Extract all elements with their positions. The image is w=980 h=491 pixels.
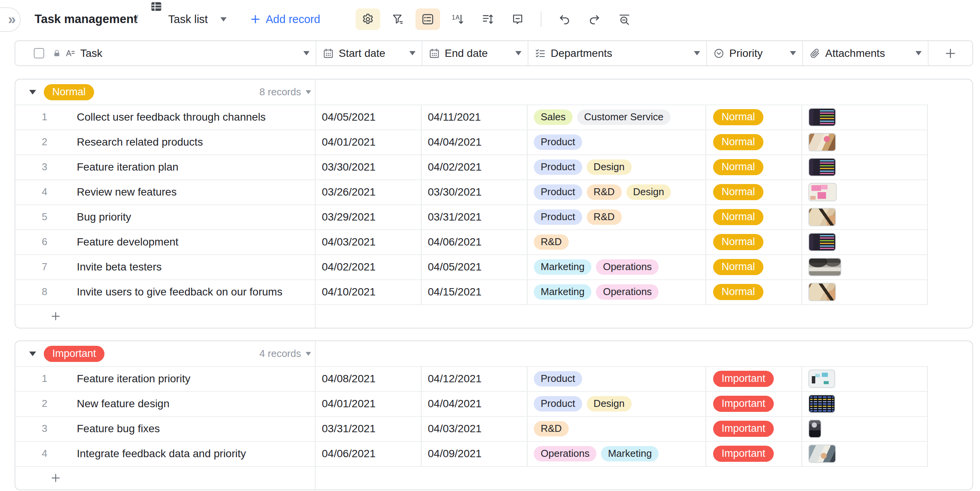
start-date-cell[interactable]: 04/08/2021	[316, 366, 422, 391]
attachments-cell[interactable]	[802, 229, 928, 254]
departments-cell[interactable]: ProductR&D	[528, 204, 706, 229]
attachment-thumbnail[interactable]	[808, 233, 836, 251]
priority-cell[interactable]: Important	[706, 441, 802, 466]
task-cell[interactable]: 4Review new features	[15, 179, 316, 204]
sort-button[interactable]: 1A	[445, 8, 470, 30]
row-height-button[interactable]	[475, 8, 500, 30]
attachments-cell[interactable]	[802, 204, 928, 229]
departments-cell[interactable]: ProductDesign	[528, 391, 706, 416]
column-header-end-date[interactable]: End date	[422, 41, 528, 65]
priority-cell[interactable]: Normal	[706, 129, 802, 154]
task-cell[interactable]: 8Invite users to give feedback on our fo…	[15, 279, 316, 304]
task-cell[interactable]: 3Feature iteration plan	[15, 154, 316, 179]
add-field-button[interactable]	[928, 41, 972, 65]
end-date-cell[interactable]: 03/31/2021	[422, 204, 528, 229]
task-cell[interactable]: 1Feature iteration priority	[15, 366, 316, 391]
task-cell[interactable]: 6Feature development	[15, 229, 316, 254]
end-date-cell[interactable]: 04/11/2021	[422, 105, 528, 129]
task-cell[interactable]: 2Research related products	[15, 129, 316, 154]
attachment-thumbnail[interactable]	[808, 258, 841, 276]
view-settings-gear-button[interactable]	[356, 8, 380, 30]
attachments-cell[interactable]	[802, 129, 928, 154]
priority-cell[interactable]: Important	[706, 366, 802, 391]
attachments-cell[interactable]	[802, 154, 928, 179]
priority-cell[interactable]: Normal	[706, 179, 802, 204]
attachment-thumbnail[interactable]	[808, 283, 836, 301]
end-date-cell[interactable]: 03/30/2021	[422, 179, 528, 204]
attachment-thumbnail[interactable]	[808, 133, 836, 151]
start-date-cell[interactable]: 03/29/2021	[316, 204, 422, 229]
attachments-cell[interactable]	[802, 416, 928, 441]
attachment-thumbnail[interactable]	[808, 395, 835, 413]
undo-button[interactable]	[552, 8, 577, 30]
start-date-cell[interactable]: 04/10/2021	[316, 279, 422, 304]
attachment-thumbnail[interactable]	[808, 370, 835, 388]
priority-cell[interactable]: Normal	[706, 105, 802, 129]
comment-button[interactable]	[505, 8, 530, 30]
priority-cell[interactable]: Normal	[706, 254, 802, 279]
end-date-cell[interactable]: 04/12/2021	[422, 366, 528, 391]
priority-cell[interactable]: Normal	[706, 204, 802, 229]
column-header-departments[interactable]: Departments	[528, 41, 706, 65]
attachments-cell[interactable]	[802, 391, 928, 416]
group-collapse-caret-icon[interactable]	[29, 90, 36, 95]
column-header-task[interactable]: Task	[15, 41, 316, 65]
attachment-thumbnail[interactable]	[808, 420, 821, 438]
priority-cell[interactable]: Important	[706, 416, 802, 441]
column-header-attachments[interactable]: Attachments	[802, 41, 928, 65]
departments-cell[interactable]: MarketingOperations	[528, 254, 706, 279]
add-record-button[interactable]: Add record	[250, 0, 320, 38]
group-records-caret-icon[interactable]	[306, 352, 311, 356]
find-replace-button[interactable]	[612, 8, 637, 30]
view-switcher[interactable]: Task list	[168, 0, 208, 38]
start-date-cell[interactable]: 04/06/2021	[316, 441, 422, 466]
attachments-cell[interactable]	[802, 441, 928, 466]
departments-cell[interactable]: R&D	[528, 229, 706, 254]
column-header-priority[interactable]: Priority	[706, 41, 802, 65]
group-collapse-caret-icon[interactable]	[29, 352, 36, 356]
task-cell[interactable]: 5Bug priority	[15, 204, 316, 229]
attachments-cell[interactable]	[802, 366, 928, 391]
end-date-cell[interactable]: 04/06/2021	[422, 229, 528, 254]
add-record-row-button[interactable]	[50, 472, 61, 484]
attachments-cell[interactable]	[802, 254, 928, 279]
select-all-checkbox[interactable]	[34, 48, 44, 58]
add-record-row-button[interactable]	[50, 310, 61, 322]
attachments-cell[interactable]	[802, 279, 928, 304]
end-date-cell[interactable]: 04/03/2021	[422, 416, 528, 441]
attachments-cell[interactable]	[802, 179, 928, 204]
group-by-button[interactable]	[416, 8, 440, 30]
departments-cell[interactable]: Product	[528, 366, 706, 391]
departments-cell[interactable]: ProductDesign	[528, 154, 706, 179]
task-cell[interactable]: 4Integrate feedback data and priority	[15, 441, 316, 466]
priority-cell[interactable]: Normal	[706, 229, 802, 254]
filter-button[interactable]	[386, 8, 410, 30]
start-date-cell[interactable]: 03/30/2021	[316, 154, 422, 179]
priority-cell[interactable]: Normal	[706, 154, 802, 179]
end-date-cell[interactable]: 04/05/2021	[422, 254, 528, 279]
start-date-cell[interactable]: 04/05/2021	[316, 105, 422, 129]
task-cell[interactable]: 3Feature bug fixes	[15, 416, 316, 441]
start-date-cell[interactable]: 03/26/2021	[316, 179, 422, 204]
column-header-start-date[interactable]: Start date	[316, 41, 422, 65]
start-date-cell[interactable]: 04/02/2021	[316, 254, 422, 279]
group-records-caret-icon[interactable]	[306, 90, 311, 94]
task-cell[interactable]: 2New feature design	[15, 391, 316, 416]
start-date-cell[interactable]: 04/03/2021	[316, 229, 422, 254]
departments-cell[interactable]: OperationsMarketing	[528, 441, 706, 466]
task-cell[interactable]: 1Collect user feedback through channels	[15, 105, 316, 129]
departments-cell[interactable]: SalesCustomer Service	[528, 105, 706, 129]
end-date-cell[interactable]: 04/15/2021	[422, 279, 528, 304]
departments-cell[interactable]: Product	[528, 129, 706, 154]
departments-cell[interactable]: R&D	[528, 416, 706, 441]
priority-cell[interactable]: Important	[706, 391, 802, 416]
end-date-cell[interactable]: 04/04/2021	[422, 129, 528, 154]
start-date-cell[interactable]: 03/31/2021	[316, 416, 422, 441]
task-cell[interactable]: 7Invite beta testers	[15, 254, 316, 279]
attachments-cell[interactable]	[802, 105, 928, 129]
expand-sidebar-button[interactable]: »	[0, 7, 21, 32]
attachment-thumbnail[interactable]	[808, 158, 836, 176]
start-date-cell[interactable]: 04/01/2021	[316, 129, 422, 154]
redo-button[interactable]	[582, 8, 607, 30]
end-date-cell[interactable]: 04/02/2021	[422, 154, 528, 179]
